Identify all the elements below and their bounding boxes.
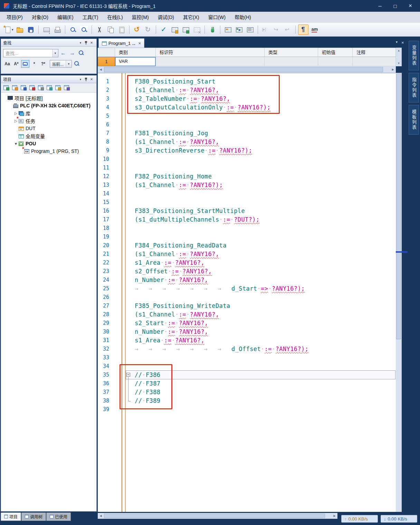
grid-vertical-scrollbar[interactable] — [396, 48, 402, 66]
code-line[interactable]: (s1_Channel·:=·?ANY16?, — [135, 138, 396, 146]
pin-icon[interactable] — [83, 40, 89, 46]
code-line[interactable] — [135, 362, 396, 371]
code-line[interactable]: →→→→→→→d_Start·=>·?ANY16?); — [135, 284, 396, 293]
copy-button[interactable] — [105, 25, 116, 35]
match-word-button[interactable]: A* — [12, 60, 20, 68]
code-line[interactable]: F383_Positioning_StartMultiple — [135, 207, 396, 215]
regex-button[interactable]: ?* — [39, 60, 47, 68]
new-file-button[interactable]: ▾ — [3, 25, 14, 35]
redo-button[interactable] — [143, 25, 153, 35]
scrollbar-thumb[interactable] — [104, 67, 383, 72]
var-cell-identifier[interactable] — [156, 57, 265, 66]
code-line[interactable]: s1_Area·:=·?ANY16?, — [135, 336, 396, 345]
paste-button[interactable] — [116, 25, 127, 35]
tree-item-tasks[interactable]: ▷*任务 — [1, 117, 96, 125]
undo-button[interactable] — [132, 25, 142, 35]
side-tab-instruction-list[interactable]: 指令列表 — [409, 73, 419, 103]
column-header-identifier[interactable]: 标识符 — [156, 48, 265, 57]
compile-all-button[interactable] — [181, 25, 191, 35]
breakpoint-set-button[interactable] — [271, 25, 282, 35]
var-cell-type[interactable] — [265, 57, 318, 66]
code-line[interactable]: F384_Positioning_ReadData — [135, 241, 396, 250]
paste-object-button[interactable] — [28, 84, 36, 91]
tree-item-global-vars[interactable]: 全局变量 — [1, 132, 96, 140]
find-button[interactable] — [68, 25, 78, 35]
search-history-dropdown-icon[interactable] — [52, 49, 58, 57]
scroll-left-icon[interactable] — [98, 67, 104, 72]
scroll-down-icon[interactable] — [396, 60, 402, 66]
print-button[interactable] — [52, 25, 63, 35]
search-scope-combo[interactable]: 当前... — [50, 60, 72, 68]
code-line[interactable] — [135, 112, 396, 120]
code-line[interactable] — [135, 155, 396, 164]
code-line[interactable]: →→→→→→→d_Offset·:=·?ANY16?); — [135, 345, 396, 353]
add-pou-button[interactable] — [2, 84, 10, 91]
close-document-icon[interactable] — [401, 40, 404, 45]
code-line[interactable]: (s1_Channel·:=·?ANY16?, — [135, 310, 396, 319]
code-line[interactable]: s3_DirectionReverse·:=·?ANY16?); — [135, 146, 396, 155]
code-line[interactable] — [135, 164, 396, 172]
code-line[interactable]: n_Number·:=·?ANY16?, — [135, 276, 396, 284]
minimize-button[interactable] — [372, 3, 388, 9]
save-project-button[interactable] — [26, 25, 36, 35]
menu-others[interactable]: 其它(X) — [179, 12, 204, 23]
data-monitor-button[interactable] — [245, 25, 255, 35]
scroll-right-icon[interactable] — [390, 67, 396, 72]
menu-edit[interactable]: 编辑(E) — [53, 12, 78, 23]
code-line[interactable]: s2_Start·:=·?ANY16?, — [135, 319, 396, 328]
add-dut-button[interactable] — [11, 84, 19, 91]
close-button[interactable] — [403, 2, 418, 9]
scroll-up-icon[interactable] — [396, 48, 402, 54]
code-line[interactable] — [135, 293, 396, 302]
cut-button[interactable] — [94, 25, 105, 35]
document-tab-program1[interactable]: Program_1 .. — [98, 38, 144, 48]
search-options-icon[interactable] — [73, 60, 81, 68]
code-line[interactable]: //·F388 — [135, 388, 396, 397]
code-line[interactable] — [135, 189, 396, 198]
tab-list-dropdown-icon[interactable] — [396, 40, 398, 45]
menu-project[interactable]: 项目(P) — [2, 12, 27, 23]
grid-horizontal-scrollbar[interactable] — [98, 66, 396, 73]
code-line[interactable]: (s1_Channel·:=·?ANY16?, — [135, 86, 396, 95]
code-line[interactable] — [135, 233, 396, 241]
wildcard-button[interactable]: * — [30, 60, 38, 68]
tree-expander-icon[interactable]: ▼ — [13, 142, 18, 146]
tree-item-dut[interactable]: DUT — [1, 125, 96, 132]
menu-debug[interactable]: 调试(D) — [153, 12, 179, 23]
column-header-type[interactable]: 类型 — [265, 48, 318, 57]
scrollbar-thumb[interactable] — [396, 74, 401, 339]
code-line[interactable] — [135, 198, 396, 207]
search-input[interactable] — [3, 49, 52, 57]
code-line[interactable]: (s1_dutMultipleChannels·:=·?DUT?); — [135, 215, 396, 224]
properties-button[interactable] — [54, 84, 62, 91]
monitor-boolean-button[interactable] — [223, 25, 233, 35]
menu-help[interactable]: 帮助(H) — [230, 12, 255, 23]
menu-online[interactable]: 在线(L) — [103, 12, 127, 23]
code-line[interactable]: s2_Offset·:=·?ANY16?, — [135, 267, 396, 276]
open-object-button[interactable] — [37, 84, 45, 91]
maximize-button[interactable] — [388, 3, 403, 9]
code-line[interactable]: F380_Positioning_Start — [135, 77, 396, 86]
verify-program-button[interactable] — [159, 25, 169, 35]
open-project-button[interactable] — [15, 25, 25, 35]
match-case-button[interactable]: Aa — [3, 60, 11, 68]
panel-menu-icon[interactable] — [78, 77, 83, 82]
find-in-files-button[interactable] — [79, 25, 89, 35]
menu-tools[interactable]: 工具(T) — [78, 12, 103, 23]
close-panel-icon[interactable] — [89, 77, 94, 82]
menu-object[interactable]: 对象(O) — [27, 12, 53, 23]
var-grid-row[interactable]: 1 VAR — [98, 57, 396, 66]
code-line[interactable]: //·F387 — [135, 379, 396, 388]
tree-expander-icon[interactable]: ▷ — [13, 111, 18, 115]
column-header-initial-value[interactable]: 初始值 — [318, 48, 353, 57]
code-line[interactable]: s2_TableNumber·:=·?ANY16?, — [135, 95, 396, 103]
tree-item-project-root[interactable]: 项目 [无标题] — [1, 94, 96, 102]
import-button[interactable] — [41, 25, 51, 35]
code-editor[interactable]: 1234567891011121314151617181920212223242… — [98, 73, 396, 512]
find-next-button[interactable] — [68, 49, 76, 57]
code-line[interactable]: s3_OutputCalculationOnly·:=·?ANY16?); — [135, 103, 396, 112]
monitor-grid-button[interactable] — [234, 25, 244, 35]
code-line[interactable]: //·F386 — [135, 371, 396, 379]
code-line[interactable] — [135, 353, 396, 362]
var-cell-comment[interactable] — [353, 57, 396, 66]
